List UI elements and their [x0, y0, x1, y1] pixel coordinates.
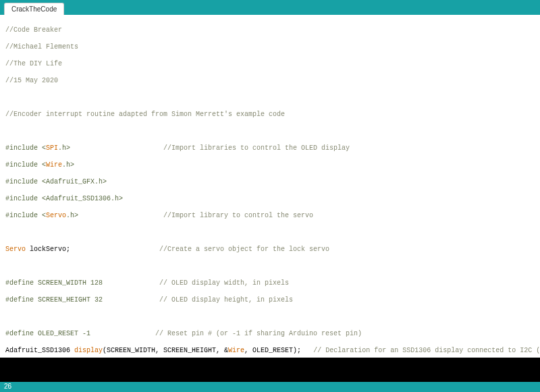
- comment: // OLED display height, in pixels: [159, 296, 293, 304]
- comment: //Import libraries to control the OLED d…: [163, 144, 350, 152]
- libname: Wire: [46, 161, 62, 169]
- include: #include <Adafruit_SSD1306.h>: [5, 195, 123, 202]
- include: .h>: [58, 144, 70, 152]
- console-area: [0, 358, 540, 382]
- comment: //15 May 2020: [5, 77, 58, 84]
- function: display: [74, 347, 103, 354]
- include: #include <Adafruit_GFX.h>: [5, 178, 107, 186]
- libname: SPI: [46, 144, 58, 152]
- comment: //Michael Flements: [5, 43, 78, 51]
- code-text: (SCREEN_WIDTH, SCREEN_HEIGHT, &: [103, 347, 228, 354]
- type: Servo: [5, 246, 26, 253]
- identifier: lockServo;: [26, 246, 70, 253]
- define: #define SCREEN_HEIGHT 32: [5, 296, 103, 304]
- include: .h>: [66, 212, 78, 219]
- status-line-number: 26: [4, 383, 11, 390]
- code-text: , OLED_RESET);: [244, 347, 301, 354]
- comment: // OLED display width, in pixels: [159, 279, 289, 287]
- include: #include <: [5, 212, 46, 219]
- include: #include <: [5, 144, 46, 152]
- comment: //Code Breaker: [5, 26, 62, 34]
- include: #include <: [5, 161, 46, 169]
- status-bar: 26: [0, 382, 540, 392]
- comment: // Reset pin # (or -1 if sharing Arduino…: [155, 330, 362, 337]
- comment: //The DIY Life: [5, 60, 62, 67]
- comment: // Declaration for an SSD1306 display co…: [313, 347, 540, 354]
- comment: //Create a servo object for the lock ser…: [159, 246, 329, 253]
- libname: Wire: [228, 347, 244, 354]
- libname: Servo: [46, 212, 66, 219]
- define: #define SCREEN_WIDTH 128: [5, 279, 103, 287]
- code-editor[interactable]: //Code Breaker //Michael Flements //The …: [0, 15, 540, 358]
- identifier: Adafruit_SSD1306: [5, 347, 74, 354]
- include: .h>: [62, 161, 74, 169]
- tab-bar: CrackTheCode: [0, 0, 540, 15]
- define: #define OLED_RESET -1: [5, 330, 90, 337]
- comment: //Import library to control the servo: [163, 212, 313, 219]
- comment: //Encoder interrupt routine adapted from…: [5, 111, 285, 118]
- file-tab[interactable]: CrackTheCode: [4, 3, 64, 15]
